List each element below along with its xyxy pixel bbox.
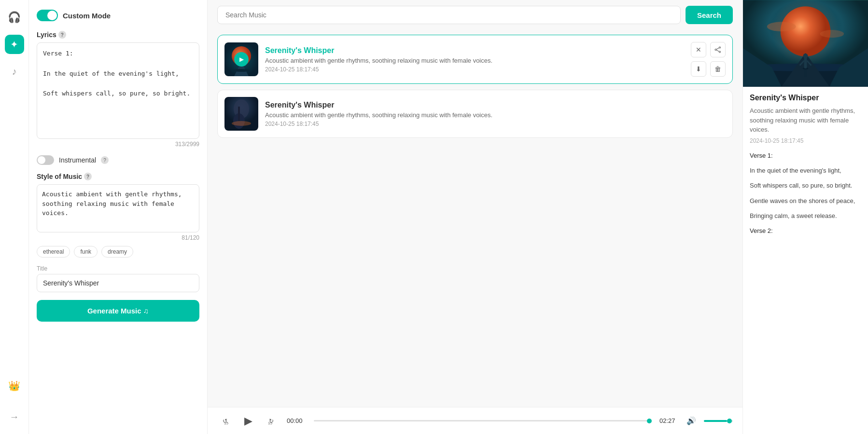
style-char-count: 81/120: [37, 234, 199, 241]
custom-mode-row: Custom Mode: [37, 10, 199, 21]
verse2-label: Verse 2:: [750, 225, 861, 236]
title-input[interactable]: [37, 274, 199, 292]
lyrics-label: Lyrics ?: [37, 31, 199, 39]
logout-icon[interactable]: →: [5, 407, 24, 426]
left-panel: Custom Mode Lyrics ? Verse 1: In the qui…: [29, 0, 208, 434]
progress-dot: [647, 419, 652, 423]
right-title: Serenity's Whisper: [750, 94, 861, 102]
time-total: 02:27: [659, 417, 679, 424]
headphones-icon[interactable]: 🎧: [5, 8, 24, 27]
svg-point-18: [820, 30, 844, 38]
music-date-2: 2024-10-25 18:17:45: [265, 121, 726, 127]
lyrics-char-count: 313/2999: [37, 141, 199, 148]
svg-point-3: [233, 69, 250, 72]
svg-point-5: [715, 49, 716, 51]
crown-icon[interactable]: 👑: [5, 376, 24, 395]
instrumental-row: Instrumental ?: [37, 155, 199, 165]
music-circle-icon[interactable]: ✦: [5, 35, 24, 54]
music-info-1: Serenity's Whisper Acoustic ambient with…: [265, 46, 684, 73]
svg-line-8: [716, 50, 719, 52]
right-thumb-art: [743, 0, 868, 87]
instrumental-toggle[interactable]: [37, 155, 54, 165]
search-input[interactable]: [217, 6, 681, 24]
rewind-button[interactable]: ↺15: [217, 413, 233, 429]
svg-point-4: [719, 47, 721, 48]
style-textarea[interactable]: Acoustic ambient with gentle rhythms, so…: [37, 184, 199, 232]
music-list: ▶ Serenity's Whisper Acoustic ambient wi…: [208, 30, 742, 407]
music-actions-1: ✕ ⬇ 🗑: [691, 42, 726, 77]
lyric-line-2: Soft whispers call, so pure, so bright.: [750, 180, 861, 191]
music-thumb-2: [224, 97, 258, 131]
instrumental-help-icon[interactable]: ?: [101, 156, 109, 164]
tag-dreamy[interactable]: dreamy: [101, 246, 133, 258]
lyrics-textarea[interactable]: Verse 1: In the quiet of the evening's l…: [37, 42, 199, 139]
svg-point-13: [232, 121, 251, 126]
music-date-1: 2024-10-25 18:17:45: [265, 66, 684, 73]
progress-bar[interactable]: [314, 420, 652, 421]
lyric-line-1: In the quiet of the evening's light,: [750, 165, 861, 176]
lyric-line-4: Bringing calm, a sweet release.: [750, 210, 861, 221]
svg-point-26: [803, 54, 808, 58]
music-desc-1: Acoustic ambient with gentle rhythms, so…: [265, 57, 684, 64]
actions-row-top-1: ✕: [691, 42, 726, 57]
music-card-1[interactable]: ▶ Serenity's Whisper Acoustic ambient wi…: [217, 35, 733, 84]
search-bar-row: Search: [208, 0, 742, 30]
svg-rect-25: [804, 57, 807, 68]
time-current: 00:00: [287, 417, 306, 424]
right-thumbnail: [743, 0, 868, 87]
music-card-2[interactable]: Serenity's Whisper Acoustic ambient with…: [217, 90, 733, 138]
style-label: Style of Music ?: [37, 173, 199, 180]
svg-rect-12: [238, 107, 240, 121]
music-desc-2: Acoustic ambient with gentle rhythms, so…: [265, 111, 726, 119]
music-thumb-1: ▶: [224, 42, 258, 76]
expand-button-1[interactable]: ✕: [691, 42, 706, 57]
actions-row-bottom-1: ⬇ 🗑: [691, 61, 726, 77]
volume-button[interactable]: 🔊: [686, 416, 696, 425]
search-button[interactable]: Search: [686, 6, 733, 24]
music-title-1: Serenity's Whisper: [265, 46, 684, 55]
forward-button[interactable]: ↻15: [264, 413, 279, 429]
main-content: Search: [208, 0, 742, 434]
svg-point-6: [719, 51, 721, 53]
share-icon-1: [714, 46, 721, 53]
svg-point-17: [767, 22, 796, 31]
right-desc: Acoustic ambient with gentle rhythms, so…: [750, 106, 861, 135]
play-button-1[interactable]: ▶: [234, 52, 249, 67]
title-section: Title: [37, 265, 199, 292]
custom-mode-label: Custom Mode: [63, 12, 111, 20]
play-pause-button[interactable]: ▶: [240, 413, 256, 429]
volume-fill: [704, 420, 727, 422]
delete-button-1[interactable]: 🗑: [710, 61, 726, 77]
title-label: Title: [37, 265, 199, 272]
right-panel: Serenity's Whisper Acoustic ambient with…: [742, 0, 868, 434]
right-lyrics: Verse 1: In the quiet of the evening's l…: [750, 150, 861, 237]
svg-line-7: [716, 48, 719, 49]
verse1-label: Verse 1:: [750, 150, 861, 161]
generate-music-button[interactable]: Generate Music ♫: [37, 300, 199, 322]
style-help-icon[interactable]: ?: [84, 173, 92, 180]
instrumental-label: Instrumental: [59, 156, 96, 164]
music-title-2: Serenity's Whisper: [265, 101, 726, 109]
download-button-1[interactable]: ⬇: [691, 61, 706, 77]
volume-bar[interactable]: [704, 420, 733, 422]
bottom-player: ↺15 ▶ ↻15 00:00 02:27 🔊: [208, 407, 742, 434]
music-info-2: Serenity's Whisper Acoustic ambient with…: [265, 101, 726, 127]
svg-rect-29: [804, 69, 807, 77]
share-button-1[interactable]: [710, 42, 726, 57]
disc-icon[interactable]: ♪: [5, 62, 24, 81]
thumb-art-2: [224, 97, 258, 131]
tag-ethereal[interactable]: ethereal: [37, 246, 70, 258]
tag-funk[interactable]: funk: [74, 246, 98, 258]
lyrics-help-icon[interactable]: ?: [58, 31, 66, 39]
right-date: 2024-10-25 18:17:45: [750, 137, 861, 144]
tags-row: ethereal funk dreamy: [37, 246, 199, 258]
sidebar: 🎧 ✦ ♪ 👑 →: [0, 0, 29, 434]
right-info: Serenity's Whisper Acoustic ambient with…: [743, 87, 868, 241]
lyric-line-3: Gentle waves on the shores of peace,: [750, 195, 861, 206]
volume-dot: [727, 419, 732, 423]
custom-mode-toggle[interactable]: [37, 10, 58, 21]
